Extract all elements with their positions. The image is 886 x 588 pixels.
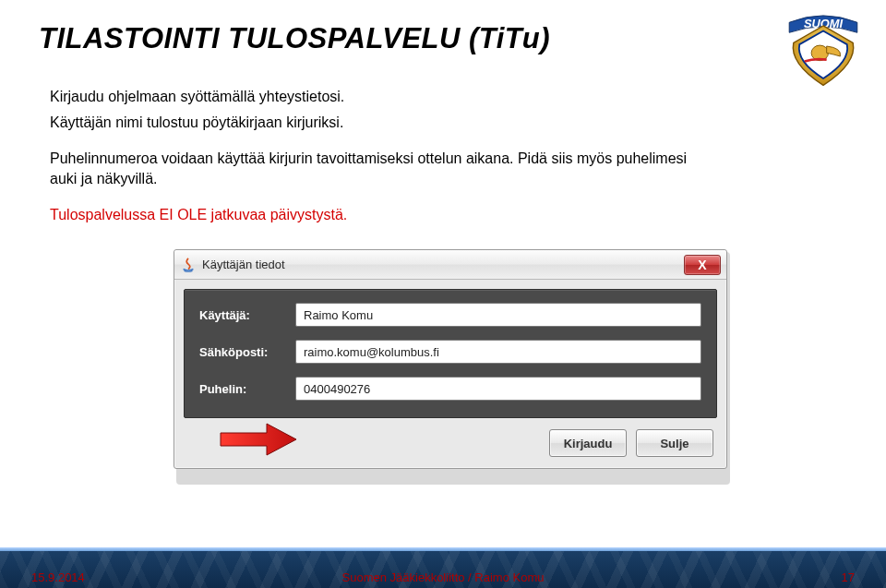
footer: 15.9.2014 Suomen Jääkiekkoliitto / Raimo… [0,570,886,584]
dialog-close-button[interactable]: X [684,255,721,275]
paragraph-3: Puhelinnumeroa voidaan käyttää kirjurin … [50,149,714,190]
paragraph-warning: Tulospalvelussa EI OLE jatkuvaa päivysty… [50,205,714,225]
email-field[interactable]: raimo.komu@kolumbus.fi [295,340,701,364]
phone-label: Puhelin: [199,382,295,396]
close-button[interactable]: Sulje [636,429,713,457]
email-label: Sähköposti: [199,345,295,359]
dialog-titlebar: Käyttäjän tiedot X [174,250,726,280]
user-field[interactable]: Raimo Komu [295,303,701,327]
close-icon: X [698,258,706,272]
footer-center: Suomen Jääkiekkoliitto / Raimo Komu [0,570,886,584]
login-button[interactable]: Kirjaudu [549,429,627,457]
page-title: TILASTOINTI TULOSPALVELU (TiTu) [39,22,550,55]
dialog-form: Käyttäjä: Raimo Komu Sähköposti: raimo.k… [184,289,717,418]
dialog-title: Käyttäjän tiedot [202,258,684,271]
phone-field[interactable]: 0400490276 [295,377,701,401]
body-text: Kirjaudu ohjelmaan syöttämällä yhteystie… [50,87,714,231]
user-label: Käyttäjä: [199,308,295,322]
login-dialog: Käyttäjän tiedot X Käyttäjä: Raimo Komu … [174,249,727,469]
paragraph-1: Kirjaudu ohjelmaan syöttämällä yhteystie… [50,87,714,107]
suomi-logo: SUOMI [781,4,866,89]
paragraph-2: Käyttäjän nimi tulostuu pöytäkirjaan kir… [50,113,714,133]
java-icon [180,257,197,273]
